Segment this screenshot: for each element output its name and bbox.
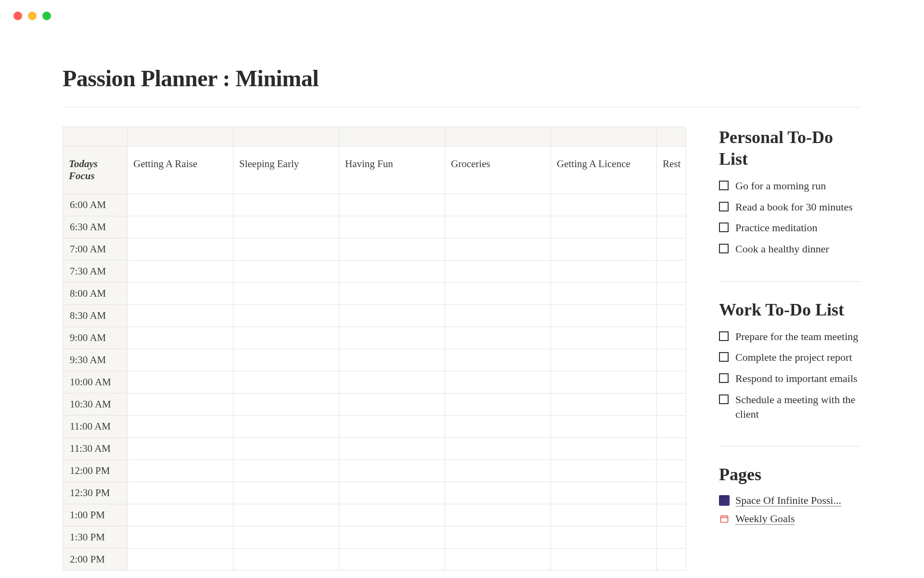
schedule-slot[interactable] [339, 416, 445, 437]
schedule-slot[interactable] [233, 216, 339, 238]
schedule-slot[interactable] [233, 371, 339, 393]
column-header[interactable]: Having Fun [339, 146, 445, 194]
schedule-slot[interactable] [128, 549, 233, 570]
schedule-slot[interactable] [657, 482, 686, 504]
minimize-window-button[interactable] [28, 12, 37, 20]
schedule-slot[interactable] [551, 283, 657, 304]
schedule-slot[interactable] [128, 371, 233, 393]
schedule-slot[interactable] [445, 394, 551, 415]
schedule-slot[interactable] [657, 194, 686, 216]
schedule-slot[interactable] [233, 438, 339, 460]
schedule-slot[interactable] [128, 238, 233, 260]
schedule-slot[interactable] [445, 261, 551, 282]
schedule-slot[interactable] [445, 283, 551, 304]
fullscreen-window-button[interactable] [42, 12, 51, 20]
schedule-slot[interactable] [657, 261, 686, 282]
schedule-slot[interactable] [445, 305, 551, 327]
schedule-slot[interactable] [339, 526, 445, 548]
schedule-slot[interactable] [551, 216, 657, 238]
schedule-slot[interactable] [445, 416, 551, 437]
schedule-slot[interactable] [657, 305, 686, 327]
schedule-slot[interactable] [445, 482, 551, 504]
schedule-slot[interactable] [445, 549, 551, 570]
column-header[interactable]: Getting A Raise [128, 146, 233, 194]
schedule-slot[interactable] [657, 238, 686, 260]
schedule-slot[interactable] [339, 549, 445, 570]
schedule-slot[interactable] [551, 526, 657, 548]
schedule-slot[interactable] [551, 327, 657, 349]
page-link[interactable]: Weekly Goals [719, 512, 861, 525]
schedule-slot[interactable] [445, 371, 551, 393]
schedule-slot[interactable] [128, 438, 233, 460]
schedule-slot[interactable] [233, 305, 339, 327]
schedule-slot[interactable] [233, 261, 339, 282]
schedule-slot[interactable] [551, 238, 657, 260]
column-header[interactable]: Rest [657, 146, 686, 194]
schedule-slot[interactable] [233, 482, 339, 504]
schedule-slot[interactable] [339, 460, 445, 482]
schedule-slot[interactable] [128, 526, 233, 548]
checkbox[interactable] [719, 181, 729, 190]
schedule-slot[interactable] [551, 416, 657, 437]
schedule-slot[interactable] [551, 549, 657, 570]
checkbox[interactable] [719, 331, 729, 341]
schedule-slot[interactable] [445, 438, 551, 460]
schedule-slot[interactable] [233, 349, 339, 371]
schedule-slot[interactable] [339, 504, 445, 526]
schedule-slot[interactable] [551, 305, 657, 327]
schedule-slot[interactable] [551, 349, 657, 371]
schedule-slot[interactable] [233, 460, 339, 482]
schedule-slot[interactable] [445, 504, 551, 526]
schedule-slot[interactable] [128, 327, 233, 349]
schedule-slot[interactable] [445, 526, 551, 548]
schedule-slot[interactable] [339, 327, 445, 349]
close-window-button[interactable] [13, 12, 22, 20]
schedule-slot[interactable] [128, 416, 233, 437]
schedule-slot[interactable] [657, 549, 686, 570]
schedule-slot[interactable] [657, 438, 686, 460]
schedule-slot[interactable] [551, 261, 657, 282]
schedule-slot[interactable] [233, 526, 339, 548]
checkbox[interactable] [719, 352, 729, 362]
schedule-slot[interactable] [339, 349, 445, 371]
schedule-slot[interactable] [551, 394, 657, 415]
schedule-slot[interactable] [233, 394, 339, 415]
schedule-slot[interactable] [445, 349, 551, 371]
schedule-slot[interactable] [339, 305, 445, 327]
schedule-slot[interactable] [128, 460, 233, 482]
schedule-slot[interactable] [128, 504, 233, 526]
schedule-slot[interactable] [233, 416, 339, 437]
schedule-slot[interactable] [233, 504, 339, 526]
column-header[interactable]: Getting A Licence [551, 146, 657, 194]
column-header[interactable]: Groceries [445, 146, 551, 194]
schedule-slot[interactable] [657, 416, 686, 437]
schedule-slot[interactable] [339, 371, 445, 393]
schedule-slot[interactable] [445, 216, 551, 238]
page-link[interactable]: Space Of Infinite Possi... [719, 494, 861, 507]
schedule-slot[interactable] [128, 394, 233, 415]
schedule-slot[interactable] [445, 194, 551, 216]
schedule-slot[interactable] [339, 438, 445, 460]
schedule-slot[interactable] [128, 283, 233, 304]
schedule-slot[interactable] [551, 504, 657, 526]
schedule-slot[interactable] [657, 216, 686, 238]
schedule-slot[interactable] [339, 216, 445, 238]
schedule-slot[interactable] [233, 327, 339, 349]
schedule-slot[interactable] [657, 371, 686, 393]
checkbox[interactable] [719, 244, 729, 253]
column-header[interactable]: Sleeping Early [233, 146, 339, 194]
checkbox[interactable] [719, 223, 729, 232]
schedule-slot[interactable] [128, 216, 233, 238]
schedule-slot[interactable] [339, 394, 445, 415]
schedule-slot[interactable] [657, 394, 686, 415]
schedule-slot[interactable] [445, 460, 551, 482]
schedule-slot[interactable] [339, 238, 445, 260]
schedule-slot[interactable] [657, 504, 686, 526]
schedule-slot[interactable] [339, 261, 445, 282]
schedule-slot[interactable] [551, 460, 657, 482]
schedule-slot[interactable] [445, 327, 551, 349]
schedule-slot[interactable] [128, 482, 233, 504]
schedule-slot[interactable] [551, 194, 657, 216]
schedule-slot[interactable] [657, 327, 686, 349]
schedule-slot[interactable] [233, 283, 339, 304]
